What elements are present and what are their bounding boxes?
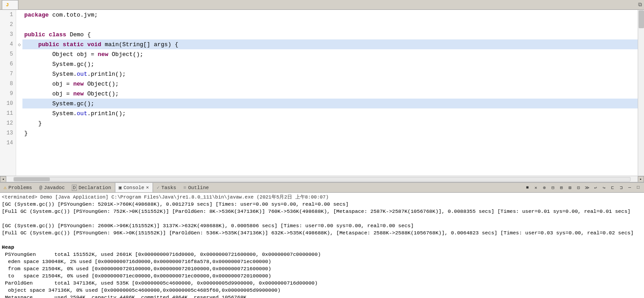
console-line-9: from space 21504K, 0% used [0x0000000720…	[2, 265, 642, 272]
console-line-11: ParOldGen total 347136K, used 535K [0x00…	[2, 280, 642, 287]
code-line-7[interactable]: System.out.println();	[22, 69, 644, 79]
minimize-btn[interactable]: —	[626, 184, 634, 192]
scroll-track[interactable]	[13, 177, 631, 181]
bottom-tab-console[interactable]: ▣Console ×	[115, 183, 153, 192]
terminate-btn[interactable]: ✕	[532, 184, 540, 192]
bottom-tab-javadoc[interactable]: @Javadoc	[35, 183, 68, 192]
code-line-13[interactable]: }	[22, 128, 644, 138]
gutter-cell-3	[16, 30, 22, 39]
console-tab-icon: ▣	[119, 185, 122, 190]
terminated-line: <terminated> Demo [Java Application] C:\…	[2, 194, 642, 201]
console-line-10: to space 21504K, 0% used [0x000000071ec0…	[2, 272, 642, 280]
vertical-scrollbar[interactable]	[638, 10, 644, 176]
editor-tab-demo[interactable]: J	[2, 0, 18, 9]
code-line-6[interactable]: System.gc();	[22, 59, 644, 69]
code-line-1[interactable]: package com.toto.jvm;	[22, 10, 644, 20]
gutter-cell-10	[16, 99, 22, 108]
problems-tab-icon: ⚠	[4, 185, 7, 190]
clear-btn[interactable]: ⊏	[609, 184, 617, 192]
collapse-btn[interactable]: ⊟	[549, 184, 557, 192]
line-num-9: 9	[0, 89, 16, 99]
gutter-cell-11	[16, 108, 22, 118]
gutter-cell-8	[16, 79, 22, 89]
console-tab-label: Console	[123, 185, 144, 190]
bottom-tab-tasks[interactable]: ✓Tasks	[153, 183, 180, 192]
line-numbers: 1234567891011121314	[0, 10, 16, 176]
line-num-4: 4	[0, 39, 16, 49]
gutter-cell-6	[16, 59, 22, 69]
line-num-6: 6	[0, 59, 16, 69]
line-num-14: 14	[0, 138, 16, 148]
line-num-3: 3	[0, 30, 16, 39]
code-line-10[interactable]: System.gc();	[22, 99, 644, 108]
console-line-12: object space 347136K, 0% used [0x0000000…	[2, 287, 642, 294]
code-line-14[interactable]	[22, 138, 644, 148]
line-num-13: 13	[0, 128, 16, 138]
bottom-tab-outline[interactable]: ≡Outline	[180, 183, 213, 192]
stop-btn[interactable]: ■	[523, 184, 531, 192]
scroll-right-arrow[interactable]: ▸	[638, 176, 644, 182]
code-line-9[interactable]: obj = new Object();	[22, 89, 644, 99]
console-output[interactable]: <terminated> Demo [Java Application] C:\…	[0, 193, 644, 298]
code-line-5[interactable]: Object obj = new Object();	[22, 49, 644, 59]
scroll-left-arrow[interactable]: ◂	[0, 176, 6, 182]
remove-btn[interactable]: ⊗	[540, 184, 548, 192]
code-line-4[interactable]: public static void main(String[] args) {	[22, 39, 644, 49]
bottom-tab-bar: ⚠Problems@JavadocDDeclaration▣Console ×✓…	[0, 182, 644, 193]
line-num-5: 5	[0, 49, 16, 59]
console-line-3: [GC (System.gc()) [PSYoungGen: 2600K->96…	[2, 222, 642, 229]
tasks-tab-icon: ✓	[157, 185, 160, 190]
code-editor: 1234567891011121314 ◇ package com.toto.j…	[0, 10, 644, 176]
code-content[interactable]: package com.toto.jvm; public class Demo …	[22, 10, 644, 176]
gutter-cell-5	[16, 49, 22, 59]
console-line-5	[2, 237, 642, 244]
javadoc-tab-label: Javadoc	[44, 185, 65, 190]
maximize-button[interactable]: ⧉	[636, 0, 644, 9]
line-num-10: 10	[0, 99, 16, 108]
gutter-cell-14	[16, 138, 22, 148]
bottom-tab-declaration[interactable]: DDeclaration	[68, 183, 114, 192]
console-line-7: PSYoungGen total 151552K, used 2601K [0x…	[2, 251, 642, 258]
code-line-3[interactable]: public class Demo {	[22, 30, 644, 39]
maximize-btn[interactable]: □	[634, 184, 642, 192]
gutter-cell-9	[16, 89, 22, 99]
console-line-13: Metaspace used 2594K, capacity 4486K, co…	[2, 294, 642, 298]
gutter-cell-1	[16, 10, 22, 20]
line-num-1: 1	[0, 10, 16, 20]
code-line-2[interactable]	[22, 20, 644, 30]
scroll-lock-btn[interactable]: ↩	[591, 184, 600, 192]
line-num-12: 12	[0, 118, 16, 128]
horizontal-scrollbar[interactable]: ◂ ▸	[0, 176, 644, 182]
console-line-8: eden space 130048K, 2% used [0x000000071…	[2, 258, 642, 265]
javadoc-tab-icon: @	[39, 185, 42, 190]
console-line-4: [Full GC (System.gc()) [PSYoungGen: 96K-…	[2, 229, 642, 237]
code-line-11[interactable]: System.out.println();	[22, 108, 644, 118]
editor-tab-bar: J ⧉	[0, 0, 644, 10]
gutter-cell-4: ◇	[16, 39, 22, 49]
outline-tab-label: Outline	[188, 185, 209, 190]
gutter-cell-12	[16, 118, 22, 128]
console-tab-close[interactable]: ×	[146, 185, 149, 190]
v-scroll-thumb[interactable]	[639, 10, 644, 28]
word-wrap-btn[interactable]: ↪	[600, 184, 608, 192]
tasks-tab-label: Tasks	[162, 185, 176, 190]
bottom-tab-problems[interactable]: ⚠Problems	[0, 183, 35, 192]
gutter-cell-2	[16, 20, 22, 30]
scroll-thumb[interactable]	[14, 177, 50, 181]
expand-btn[interactable]: ⊞	[557, 184, 565, 192]
new-console-btn[interactable]: ⊡	[574, 184, 583, 192]
code-line-12[interactable]: }	[22, 118, 644, 128]
console-line-2	[2, 215, 642, 222]
code-line-8[interactable]: obj = new Object();	[22, 79, 644, 89]
gutter-cell-13	[16, 128, 22, 138]
open-in-btn[interactable]: ≫	[583, 184, 591, 192]
line-num-11: 11	[0, 108, 16, 118]
console-toolbar-actions: ■✕⊗⊟⊞⊠⊡≫↩↪⊏⊐—□	[523, 184, 644, 192]
preferences-btn[interactable]: ⊐	[617, 184, 625, 192]
pin-btn[interactable]: ⊠	[566, 184, 574, 192]
java-file-icon: J	[6, 2, 9, 8]
outline-tab-icon: ≡	[184, 185, 187, 190]
editor-gutter: ◇	[16, 10, 22, 176]
line-num-8: 8	[0, 79, 16, 89]
line-num-7: 7	[0, 69, 16, 79]
